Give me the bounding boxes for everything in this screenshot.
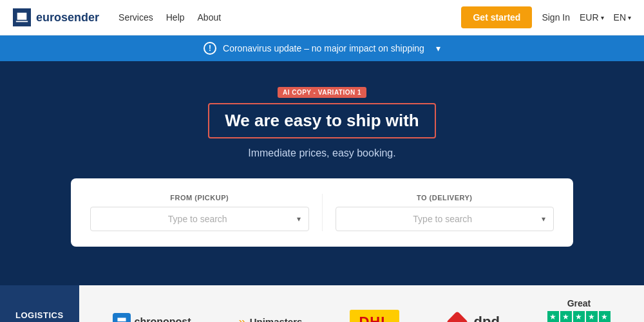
from-field: FROM (PICKUP) Type to search ▾ <box>90 194 309 231</box>
to-placeholder: Type to search <box>344 214 542 224</box>
star-5: ★ <box>599 311 611 322</box>
partners-logos: chronopost » Unimasters DHL dpd Great ★ … <box>79 285 644 322</box>
hero-subtitle: Immediate prices, easy booking. <box>248 147 395 159</box>
dpd-logo: dpd <box>447 312 500 323</box>
dhl-logo: DHL <box>350 310 399 323</box>
partners-label: LOGISTICSPARTNERS <box>0 285 79 322</box>
to-input[interactable]: Type to search ▾ <box>336 207 554 231</box>
from-input[interactable]: Type to search ▾ <box>90 207 309 231</box>
to-label: TO (DELIVERY) <box>336 194 554 202</box>
trustpilot-great: Great <box>567 298 591 308</box>
currency-selector[interactable]: EUR ▾ <box>580 12 604 23</box>
sign-in-link[interactable]: Sign In <box>542 12 570 23</box>
logo-text: eurosender <box>36 11 99 24</box>
trustpilot-stars: ★ ★ ★ ★ ★ <box>547 311 611 322</box>
lang-chevron-icon: ▾ <box>628 14 631 21</box>
nav-links: Services Help About <box>118 12 461 23</box>
logo[interactable]: eurosender <box>13 8 99 26</box>
to-chevron-icon: ▾ <box>542 214 545 223</box>
from-placeholder: Type to search <box>99 214 297 224</box>
from-chevron-icon: ▾ <box>297 214 301 223</box>
ai-badge: AI COPY - VARIATION 1 <box>278 87 366 98</box>
hero-section: AI COPY - VARIATION 1 We are easy to shi… <box>0 61 644 285</box>
chronopost-logo: chronopost <box>113 313 191 323</box>
nav-help[interactable]: Help <box>166 12 185 23</box>
unimasters-arrows-icon: » <box>239 314 246 322</box>
dpd-text: dpd <box>474 314 500 323</box>
nav-about[interactable]: About <box>198 12 222 23</box>
search-divider <box>322 194 323 231</box>
announcement-text: Coronavirus update – no major impact on … <box>223 43 424 53</box>
partners-section: LOGISTICSPARTNERS chronopost » Unimaster… <box>0 285 644 322</box>
star-2: ★ <box>560 311 572 322</box>
language-selector[interactable]: EN ▾ <box>614 12 631 23</box>
announcement-bar[interactable]: ! Coronavirus update – no major impact o… <box>0 35 644 61</box>
star-4: ★ <box>586 311 598 322</box>
star-3: ★ <box>573 311 585 322</box>
hero-title-box: We are easy to ship with <box>208 103 436 138</box>
logo-icon <box>13 8 31 26</box>
hero-title: We are easy to ship with <box>225 111 419 131</box>
currency-chevron-icon: ▾ <box>601 14 604 21</box>
get-started-button[interactable]: Get started <box>461 6 532 28</box>
nav-services[interactable]: Services <box>118 12 153 23</box>
chronopost-icon <box>113 313 131 323</box>
trustpilot-box: Great ★ ★ ★ ★ ★ 21100 reviews ★ Trustpil… <box>547 298 611 322</box>
unimasters-text: Unimasters <box>250 316 303 322</box>
announcement-chevron-icon[interactable]: ▾ <box>436 43 440 53</box>
star-1: ★ <box>547 311 559 322</box>
announcement-info-icon: ! <box>204 42 216 55</box>
unimasters-logo: » Unimasters <box>239 314 303 322</box>
chronopost-text: chronopost <box>135 316 191 323</box>
to-field: TO (DELIVERY) Type to search ▾ <box>336 194 554 231</box>
search-form: FROM (PICKUP) Type to search ▾ TO (DELIV… <box>71 178 573 247</box>
navbar: eurosender Services Help About Get start… <box>0 0 644 35</box>
from-label: FROM (PICKUP) <box>90 194 309 202</box>
dpd-icon <box>447 312 468 323</box>
dhl-text: DHL <box>359 314 390 323</box>
nav-right: Get started Sign In EUR ▾ EN ▾ <box>461 6 631 28</box>
